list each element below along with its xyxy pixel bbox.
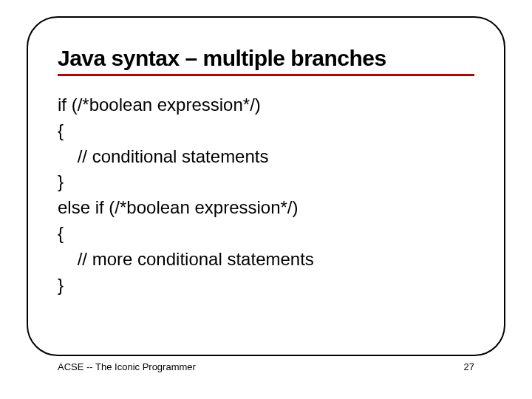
code-line: else if (/*boolean expression*/) — [58, 195, 474, 221]
footer-left: ACSE -- The Iconic Programmer — [58, 361, 196, 372]
code-line: if (/*boolean expression*/) — [58, 92, 474, 118]
code-line: { — [58, 221, 474, 247]
slide-footer: ACSE -- The Iconic Programmer 27 — [58, 361, 474, 372]
code-line: } — [58, 169, 474, 195]
code-line: } — [58, 273, 474, 299]
slide-number: 27 — [464, 361, 474, 372]
slide-frame: Java syntax – multiple branches if (/*bo… — [27, 16, 505, 356]
code-line: { — [58, 118, 474, 144]
code-line: // conditional statements — [58, 144, 474, 170]
slide-title: Java syntax – multiple branches — [58, 46, 474, 76]
code-block: if (/*boolean expression*/) { // conditi… — [58, 92, 474, 298]
code-line: // more conditional statements — [58, 247, 474, 273]
